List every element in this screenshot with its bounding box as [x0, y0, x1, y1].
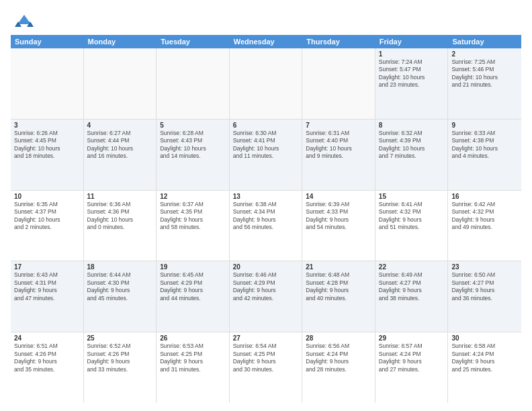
day-cell-14: 14Sunrise: 6:39 AM Sunset: 4:33 PM Dayli… — [302, 191, 375, 261]
header-day-monday: Monday — [84, 35, 157, 48]
day-info: Sunrise: 6:52 AM Sunset: 4:26 PM Dayligh… — [87, 342, 153, 373]
day-info: Sunrise: 6:57 AM Sunset: 4:24 PM Dayligh… — [379, 342, 445, 373]
calendar-week-5: 24Sunrise: 6:51 AM Sunset: 4:26 PM Dayli… — [11, 332, 521, 403]
calendar-header: SundayMondayTuesdayWednesdayThursdayFrid… — [11, 35, 521, 48]
day-info: Sunrise: 6:38 AM Sunset: 4:34 PM Dayligh… — [233, 201, 299, 232]
day-number: 20 — [233, 263, 299, 271]
day-number: 7 — [306, 122, 371, 129]
day-number: 1 — [379, 50, 445, 58]
day-info: Sunrise: 6:31 AM Sunset: 4:40 PM Dayligh… — [306, 130, 371, 161]
day-cell-7: 7Sunrise: 6:31 AM Sunset: 4:40 PM Daylig… — [302, 120, 375, 190]
day-cell-30: 30Sunrise: 6:58 AM Sunset: 4:24 PM Dayli… — [448, 332, 521, 403]
day-number: 18 — [87, 263, 153, 271]
day-number: 17 — [14, 263, 80, 271]
day-cell-22: 22Sunrise: 6:49 AM Sunset: 4:27 PM Dayli… — [375, 261, 449, 332]
svg-marker-0 — [17, 15, 31, 24]
day-info: Sunrise: 6:56 AM Sunset: 4:24 PM Dayligh… — [306, 342, 371, 373]
calendar-body: 1Sunrise: 7:24 AM Sunset: 5:47 PM Daylig… — [11, 48, 521, 403]
day-number: 16 — [451, 193, 518, 200]
day-cell-15: 15Sunrise: 6:41 AM Sunset: 4:32 PM Dayli… — [375, 191, 449, 261]
day-number: 14 — [306, 193, 371, 200]
day-info: Sunrise: 6:53 AM Sunset: 4:25 PM Dayligh… — [160, 342, 226, 373]
day-cell-5: 5Sunrise: 6:28 AM Sunset: 4:43 PM Daylig… — [157, 120, 230, 190]
day-number: 25 — [87, 334, 153, 342]
calendar-week-1: 1Sunrise: 7:24 AM Sunset: 5:47 PM Daylig… — [11, 48, 521, 120]
day-cell-25: 25Sunrise: 6:52 AM Sunset: 4:26 PM Dayli… — [84, 332, 157, 403]
day-number: 8 — [379, 122, 445, 129]
day-info: Sunrise: 6:44 AM Sunset: 4:30 PM Dayligh… — [87, 271, 153, 302]
day-number: 12 — [160, 193, 226, 200]
day-cell-28: 28Sunrise: 6:56 AM Sunset: 4:24 PM Dayli… — [302, 332, 375, 403]
day-number: 13 — [233, 193, 299, 200]
day-info: Sunrise: 6:49 AM Sunset: 4:27 PM Dayligh… — [379, 271, 445, 302]
day-cell-29: 29Sunrise: 6:57 AM Sunset: 4:24 PM Dayli… — [375, 332, 449, 403]
day-cell-2: 2Sunrise: 7:25 AM Sunset: 5:46 PM Daylig… — [448, 48, 521, 119]
day-number: 27 — [233, 334, 299, 342]
header-day-wednesday: Wednesday — [230, 35, 303, 48]
day-number: 9 — [451, 122, 518, 129]
calendar: SundayMondayTuesdayWednesdayThursdayFrid… — [11, 35, 521, 403]
day-cell-23: 23Sunrise: 6:50 AM Sunset: 4:27 PM Dayli… — [448, 261, 521, 332]
header-day-thursday: Thursday — [302, 35, 375, 48]
day-number: 30 — [451, 334, 518, 342]
day-cell-21: 21Sunrise: 6:48 AM Sunset: 4:28 PM Dayli… — [302, 261, 375, 332]
empty-cell — [157, 48, 230, 119]
day-cell-9: 9Sunrise: 6:33 AM Sunset: 4:38 PM Daylig… — [448, 120, 521, 190]
day-info: Sunrise: 6:30 AM Sunset: 4:41 PM Dayligh… — [233, 130, 299, 161]
day-info: Sunrise: 6:33 AM Sunset: 4:38 PM Dayligh… — [451, 130, 518, 161]
day-info: Sunrise: 6:28 AM Sunset: 4:43 PM Dayligh… — [160, 130, 226, 161]
day-cell-10: 10Sunrise: 6:35 AM Sunset: 4:37 PM Dayli… — [11, 191, 84, 261]
day-cell-6: 6Sunrise: 6:30 AM Sunset: 4:41 PM Daylig… — [230, 120, 303, 190]
day-info: Sunrise: 6:45 AM Sunset: 4:29 PM Dayligh… — [160, 271, 226, 302]
calendar-week-2: 3Sunrise: 6:26 AM Sunset: 4:45 PM Daylig… — [11, 120, 521, 191]
day-info: Sunrise: 6:46 AM Sunset: 4:29 PM Dayligh… — [233, 271, 299, 302]
calendar-week-4: 17Sunrise: 6:43 AM Sunset: 4:31 PM Dayli… — [11, 261, 521, 332]
day-cell-27: 27Sunrise: 6:54 AM Sunset: 4:25 PM Dayli… — [230, 332, 303, 403]
day-info: Sunrise: 6:54 AM Sunset: 4:25 PM Dayligh… — [233, 342, 299, 373]
day-number: 21 — [306, 263, 371, 271]
day-cell-8: 8Sunrise: 6:32 AM Sunset: 4:39 PM Daylig… — [375, 120, 449, 190]
day-info: Sunrise: 6:43 AM Sunset: 4:31 PM Dayligh… — [14, 271, 80, 302]
day-cell-16: 16Sunrise: 6:42 AM Sunset: 4:32 PM Dayli… — [448, 191, 521, 261]
day-number: 10 — [14, 193, 80, 200]
day-info: Sunrise: 6:50 AM Sunset: 4:27 PM Dayligh… — [451, 271, 518, 302]
day-info: Sunrise: 6:41 AM Sunset: 4:32 PM Dayligh… — [379, 201, 445, 232]
empty-cell — [302, 48, 375, 119]
day-number: 19 — [160, 263, 226, 271]
day-number: 4 — [87, 122, 153, 129]
header — [11, 8, 521, 30]
day-info: Sunrise: 6:39 AM Sunset: 4:33 PM Dayligh… — [306, 201, 371, 232]
day-number: 23 — [451, 263, 518, 271]
day-cell-17: 17Sunrise: 6:43 AM Sunset: 4:31 PM Dayli… — [11, 261, 84, 332]
header-day-sunday: Sunday — [11, 35, 84, 48]
day-number: 3 — [14, 122, 80, 129]
day-number: 26 — [160, 334, 226, 342]
day-info: Sunrise: 6:27 AM Sunset: 4:44 PM Dayligh… — [87, 130, 153, 161]
day-info: Sunrise: 6:26 AM Sunset: 4:45 PM Dayligh… — [14, 130, 80, 161]
day-number: 2 — [451, 50, 518, 58]
day-cell-13: 13Sunrise: 6:38 AM Sunset: 4:34 PM Dayli… — [230, 191, 303, 261]
page: SundayMondayTuesdayWednesdayThursdayFrid… — [0, 0, 532, 411]
day-cell-4: 4Sunrise: 6:27 AM Sunset: 4:44 PM Daylig… — [84, 120, 157, 190]
day-cell-20: 20Sunrise: 6:46 AM Sunset: 4:29 PM Dayli… — [230, 261, 303, 332]
day-number: 24 — [14, 334, 80, 342]
calendar-week-3: 10Sunrise: 6:35 AM Sunset: 4:37 PM Dayli… — [11, 191, 521, 262]
header-day-saturday: Saturday — [448, 35, 521, 48]
logo — [11, 8, 34, 30]
day-number: 29 — [379, 334, 445, 342]
day-info: Sunrise: 6:37 AM Sunset: 4:35 PM Dayligh… — [160, 201, 226, 232]
header-day-friday: Friday — [375, 35, 449, 48]
day-number: 11 — [87, 193, 153, 200]
day-number: 15 — [379, 193, 445, 200]
day-info: Sunrise: 6:58 AM Sunset: 4:24 PM Dayligh… — [451, 342, 518, 373]
day-cell-11: 11Sunrise: 6:36 AM Sunset: 4:36 PM Dayli… — [84, 191, 157, 261]
day-number: 6 — [233, 122, 299, 129]
logo-icon — [15, 11, 34, 30]
day-info: Sunrise: 6:36 AM Sunset: 4:36 PM Dayligh… — [87, 201, 153, 232]
day-info: Sunrise: 6:32 AM Sunset: 4:39 PM Dayligh… — [379, 130, 445, 161]
day-cell-19: 19Sunrise: 6:45 AM Sunset: 4:29 PM Dayli… — [157, 261, 230, 332]
day-cell-12: 12Sunrise: 6:37 AM Sunset: 4:35 PM Dayli… — [157, 191, 230, 261]
empty-cell — [230, 48, 303, 119]
day-cell-26: 26Sunrise: 6:53 AM Sunset: 4:25 PM Dayli… — [157, 332, 230, 403]
day-info: Sunrise: 6:35 AM Sunset: 4:37 PM Dayligh… — [14, 201, 80, 232]
